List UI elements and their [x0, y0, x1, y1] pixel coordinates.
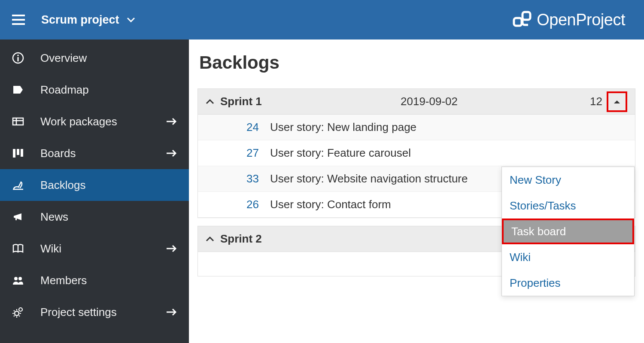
- dropdown-item-label: Stories/Tasks: [510, 199, 576, 212]
- sidebar-item-boards[interactable]: Boards: [0, 137, 189, 169]
- svg-rect-7: [17, 149, 19, 155]
- story-id[interactable]: 33: [206, 172, 270, 185]
- project-name: Scrum project: [41, 13, 119, 27]
- dropdown-item-stories-tasks[interactable]: Stories/Tasks: [502, 193, 634, 219]
- story-row[interactable]: 27User story: Feature carousel: [198, 140, 635, 166]
- dropdown-item-new-story[interactable]: New Story: [502, 167, 634, 193]
- page-title: Backlogs: [199, 52, 635, 73]
- dropdown-item-task-board[interactable]: Task board: [502, 219, 634, 244]
- sidebar-item-label: News: [31, 210, 177, 224]
- sidebar-item-label: Work packages: [31, 115, 166, 128]
- info-icon: [12, 52, 31, 64]
- svg-rect-0: [514, 18, 522, 26]
- sidebar-item-members[interactable]: Members: [0, 264, 189, 296]
- svg-rect-6: [13, 149, 15, 158]
- sprint-name: Sprint 2: [220, 232, 401, 246]
- tag-icon: [12, 84, 31, 96]
- gears-icon: [12, 306, 31, 318]
- dropdown-item-wiki[interactable]: Wiki: [502, 244, 634, 270]
- svg-point-10: [18, 277, 22, 280]
- book-icon: [12, 243, 31, 255]
- sidebar-item-roadmap[interactable]: Roadmap: [0, 74, 189, 106]
- sprint-count: 12: [590, 95, 605, 108]
- chevron-up-icon[interactable]: [206, 236, 220, 242]
- dropdown-item-label: New Story: [510, 173, 561, 187]
- sidebar-item-backlogs[interactable]: Backlogs: [0, 169, 189, 201]
- svg-point-12: [19, 308, 22, 311]
- dropdown-item-label: Wiki: [510, 251, 531, 264]
- sidebar-item-label: Backlogs: [31, 179, 177, 192]
- project-selector[interactable]: Scrum project: [41, 13, 135, 27]
- svg-rect-5: [13, 118, 23, 125]
- sidebar-item-label: Overview: [31, 52, 177, 65]
- hamburger-icon[interactable]: [12, 15, 25, 25]
- megaphone-icon: [12, 211, 31, 223]
- columns-icon: [12, 147, 31, 159]
- story-row[interactable]: 24User story: New landing page: [198, 115, 635, 140]
- story-title: User story: New landing page: [270, 121, 416, 134]
- svg-point-11: [15, 311, 19, 316]
- svg-rect-1: [522, 12, 530, 20]
- sidebar-item-label: Wiki: [31, 242, 166, 255]
- svg-point-9: [14, 277, 18, 280]
- story-title: User story: Feature carousel: [270, 146, 411, 160]
- top-bar: Scrum project OpenProject: [0, 0, 644, 39]
- svg-point-3: [17, 55, 19, 56]
- grid-icon: [12, 115, 31, 127]
- arrow-right-icon: [166, 117, 177, 126]
- sidebar-item-news[interactable]: News: [0, 201, 189, 233]
- arrow-right-icon: [166, 149, 177, 158]
- sidebar: OverviewRoadmapWork packagesBoardsBacklo…: [0, 39, 189, 343]
- sidebar-item-label: Boards: [31, 147, 166, 160]
- story-id[interactable]: 24: [206, 121, 270, 134]
- sidebar-item-overview[interactable]: Overview: [0, 42, 189, 74]
- story-id[interactable]: 27: [206, 146, 270, 160]
- svg-rect-8: [21, 149, 23, 157]
- openproject-icon: [513, 10, 532, 29]
- sidebar-item-work-packages[interactable]: Work packages: [0, 106, 189, 137]
- story-title: User story: Website navigation structure: [270, 172, 468, 185]
- members-icon: [12, 274, 31, 286]
- sprint-menu-dropdown: New StoryStories/TasksTask boardWikiProp…: [501, 167, 635, 296]
- dropdown-item-properties[interactable]: Properties: [502, 270, 634, 296]
- dropdown-item-label: Properties: [510, 276, 561, 290]
- brand-logo: OpenProject: [513, 10, 634, 29]
- sprint-header[interactable]: Sprint 12019-09-0212: [198, 89, 635, 115]
- sidebar-item-label: Roadmap: [31, 83, 177, 97]
- sidebar-item-label: Project settings: [31, 306, 166, 319]
- story-id[interactable]: 26: [206, 198, 270, 211]
- arrow-right-icon: [166, 244, 177, 253]
- chevron-up-icon[interactable]: [206, 99, 220, 105]
- svg-rect-4: [18, 57, 19, 61]
- story-title: User story: Contact form: [270, 198, 391, 211]
- arrow-right-icon: [166, 308, 177, 316]
- sprint-menu-toggle[interactable]: [607, 91, 627, 112]
- sprint-name: Sprint 1: [220, 95, 401, 108]
- backlogs-icon: [12, 179, 31, 191]
- sidebar-item-wiki[interactable]: Wiki: [0, 233, 189, 264]
- sidebar-item-label: Members: [31, 274, 177, 287]
- dropdown-item-label: Task board: [511, 225, 566, 238]
- sidebar-item-project-settings[interactable]: Project settings: [0, 296, 189, 328]
- brand-name: OpenProject: [537, 11, 625, 29]
- content-area: Backlogs Sprint 12019-09-021224User stor…: [189, 39, 644, 343]
- caret-down-icon: [127, 17, 135, 22]
- sprint-date: 2019-09-02: [401, 95, 590, 108]
